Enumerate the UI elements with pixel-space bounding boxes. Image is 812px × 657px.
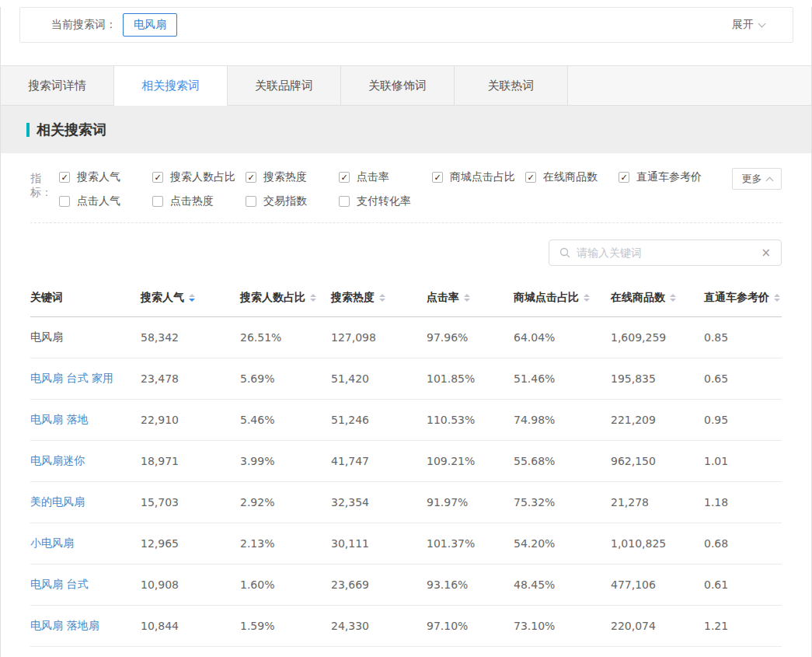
more-label: 更多 xyxy=(742,172,762,186)
metric-checkbox-item[interactable]: ✓ 商城点击占比 xyxy=(432,170,525,184)
table-body: 电风扇58,34226.51%127,09897.96%64.04%1,609,… xyxy=(30,317,782,647)
value-cell: 74.98% xyxy=(514,414,611,426)
metric-checkbox-item[interactable]: ✓ 搜索人气 xyxy=(59,170,152,184)
page: 当前搜索词： 电风扇 展开 搜索词详情相关搜索词关联品牌词关联修饰词关联热词 相… xyxy=(0,7,812,657)
table-row: 电风扇 台式 家用23,4785.69%51,420101.85%51.46%1… xyxy=(30,358,782,400)
checkbox xyxy=(152,196,163,207)
checkbox-label: 点击热度 xyxy=(170,194,214,208)
keyword-cell: 美的电风扇 xyxy=(30,495,141,509)
chevron-down-icon xyxy=(758,19,766,27)
value-cell: 101.85% xyxy=(427,372,514,385)
keyword-link[interactable]: 电风扇 台式 家用 xyxy=(30,372,113,384)
column-header-1[interactable]: 搜索人气 xyxy=(141,291,240,305)
sort-icon xyxy=(189,294,195,302)
value-cell: 110.53% xyxy=(427,414,514,426)
tab-1[interactable]: 相关搜索词 xyxy=(114,66,228,106)
sort-caret-down-icon xyxy=(670,299,676,302)
value-cell: 109.21% xyxy=(427,455,514,467)
more-button[interactable]: 更多 xyxy=(732,168,782,190)
metric-checkbox-item[interactable]: ✓ 搜索人数占比 xyxy=(152,170,246,184)
metric-checkbox-item[interactable]: ✓ 直通车参考价 xyxy=(619,170,712,184)
chevron-up-icon xyxy=(765,176,773,184)
value-cell: 1,010,825 xyxy=(611,537,704,550)
tab-2[interactable]: 关联品牌词 xyxy=(228,66,341,106)
value-cell: 2.13% xyxy=(240,537,331,550)
sort-caret-down-icon xyxy=(310,299,316,302)
checkbox: ✓ xyxy=(152,172,163,183)
sort-caret-up-icon xyxy=(774,294,780,297)
metric-checkbox-item[interactable]: ✓ 搜索热度 xyxy=(246,170,339,184)
related-keywords-table: 关键词 搜索人气 搜索人数占比 搜索热度 点击率 商城点击占比 在 xyxy=(30,281,782,647)
value-cell: 127,098 xyxy=(331,331,427,344)
value-cell: 48.45% xyxy=(514,578,611,591)
tab-3[interactable]: 关联修饰词 xyxy=(341,66,455,106)
value-cell: 101.37% xyxy=(427,537,514,550)
value-cell: 2.92% xyxy=(240,496,331,508)
value-cell: 18,971 xyxy=(141,455,240,467)
checkbox-label: 搜索人气 xyxy=(77,170,120,184)
column-header-2[interactable]: 搜索人数占比 xyxy=(240,291,331,305)
tab-4[interactable]: 关联热词 xyxy=(455,66,568,106)
metric-checkbox-item[interactable]: 点击热度 xyxy=(152,194,246,208)
tab-0[interactable]: 搜索词详情 xyxy=(1,66,114,106)
keyword-link[interactable]: 小电风扇 xyxy=(30,536,74,549)
value-cell: 195,835 xyxy=(611,372,704,385)
tab-label: 关联修饰词 xyxy=(368,79,427,93)
value-cell: 0.68 xyxy=(704,537,782,550)
value-cell: 97.96% xyxy=(427,331,514,344)
keyword-link[interactable]: 电风扇迷你 xyxy=(30,454,85,467)
value-cell: 32,354 xyxy=(331,496,427,508)
value-cell: 1.18 xyxy=(704,496,782,508)
value-cell: 73.10% xyxy=(514,620,611,632)
keyword-link[interactable]: 美的电风扇 xyxy=(30,495,85,508)
keyword-link[interactable]: 电风扇 落地 xyxy=(30,413,88,425)
checkbox-label: 在线商品数 xyxy=(543,170,598,184)
value-cell: 93.16% xyxy=(427,578,514,591)
column-header-6[interactable]: 在线商品数 xyxy=(611,291,704,305)
value-cell: 21,278 xyxy=(611,496,704,508)
sort-caret-down-icon xyxy=(379,299,385,302)
metric-checkbox-item[interactable]: 支付转化率 xyxy=(339,194,432,208)
checkbox xyxy=(339,196,350,207)
column-header-3[interactable]: 搜索热度 xyxy=(331,291,427,305)
sort-caret-down-icon xyxy=(774,299,780,302)
metric-checkbox-item[interactable]: 点击人气 xyxy=(59,194,152,208)
search-icon xyxy=(559,247,570,258)
column-header-5[interactable]: 商城点击占比 xyxy=(514,291,611,305)
search-input[interactable] xyxy=(577,246,756,259)
value-cell: 477,106 xyxy=(611,578,704,591)
table-row: 美的电风扇15,7032.92%32,35491.97%75.32%21,278… xyxy=(30,482,782,523)
expand-toggle[interactable]: 展开 xyxy=(732,18,765,32)
checkbox: ✓ xyxy=(59,172,70,183)
value-cell: 220,074 xyxy=(611,620,704,632)
column-header-7[interactable]: 直通车参考价 xyxy=(704,291,782,305)
value-cell: 22,910 xyxy=(141,414,240,426)
value-cell: 30,111 xyxy=(331,537,427,550)
metric-checkbox-item[interactable]: ✓ 在线商品数 xyxy=(525,170,619,184)
value-cell: 64.04% xyxy=(514,331,611,344)
checkbox-label: 直通车参考价 xyxy=(636,170,702,184)
value-cell: 58,342 xyxy=(141,331,240,344)
metric-checkbox-item[interactable]: ✓ 点击率 xyxy=(339,170,432,184)
clear-icon[interactable]: × xyxy=(756,247,771,259)
column-header-4[interactable]: 点击率 xyxy=(427,291,514,305)
value-cell: 15,703 xyxy=(141,496,240,508)
sort-caret-down-icon xyxy=(464,299,470,302)
value-cell: 12,965 xyxy=(141,537,240,550)
value-cell: 1.60% xyxy=(240,578,331,591)
checkbox-label: 商城点击占比 xyxy=(450,170,515,184)
column-header-label: 直通车参考价 xyxy=(704,291,769,305)
checkbox: ✓ xyxy=(619,172,629,183)
value-cell: 1.01 xyxy=(704,455,782,467)
checkbox-label: 点击率 xyxy=(357,170,389,184)
value-cell: 1.21 xyxy=(704,620,782,632)
value-cell: 51,246 xyxy=(331,414,427,426)
metric-checkbox-item[interactable]: 交易指数 xyxy=(246,194,339,208)
current-term-tag[interactable]: 电风扇 xyxy=(123,13,177,37)
value-cell: 5.69% xyxy=(240,372,331,385)
keyword-link[interactable]: 电风扇 落地扇 xyxy=(30,619,99,631)
value-cell: 1.59% xyxy=(240,620,331,632)
keyword-link[interactable]: 电风扇 台式 xyxy=(30,578,88,590)
current-search-label: 当前搜索词： xyxy=(51,18,117,32)
value-cell: 55.68% xyxy=(514,455,611,467)
